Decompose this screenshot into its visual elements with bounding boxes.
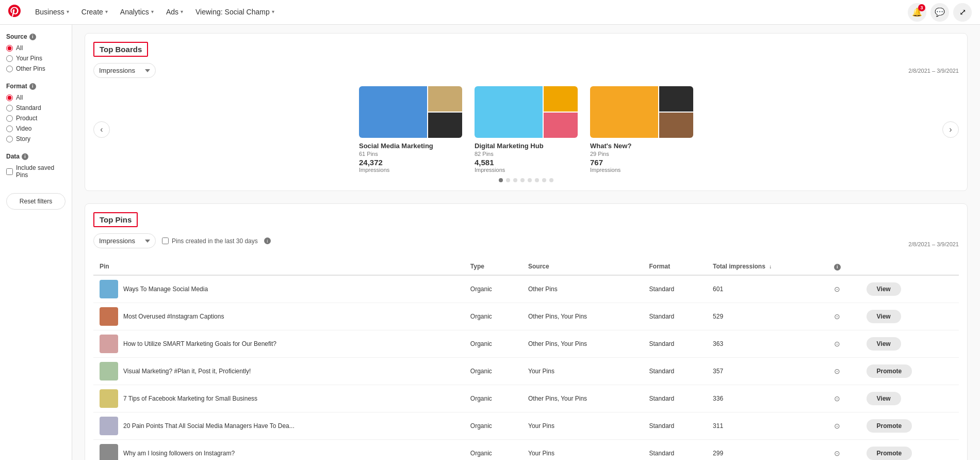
pin-thumbnail bbox=[100, 417, 118, 435]
pin-icon[interactable]: ⊙ bbox=[834, 367, 840, 375]
data-info-icon[interactable]: i bbox=[22, 153, 28, 160]
carousel-prev-button[interactable]: ‹ bbox=[93, 121, 110, 138]
carousel-dot[interactable] bbox=[549, 178, 553, 182]
pin-cell: Ways To Manage Social Media bbox=[93, 275, 464, 303]
nav-items: Business ▾Create ▾Analytics ▾Ads ▾Viewin… bbox=[29, 0, 281, 25]
top-boards-title: Top Boards bbox=[93, 42, 148, 57]
source-other-pins[interactable]: Other Pins bbox=[6, 65, 66, 72]
main-layout: Source i All Your Pins Other Pins Format… bbox=[0, 25, 980, 460]
pin-icon[interactable]: ⊙ bbox=[834, 340, 840, 348]
pin-name: 20 Pain Points That All Social Media Man… bbox=[123, 422, 295, 430]
pin-thumbnail bbox=[100, 307, 118, 326]
pinterest-logo[interactable] bbox=[8, 5, 21, 20]
data-title: Data i bbox=[6, 153, 66, 160]
pin-action-button[interactable]: Promote bbox=[867, 364, 912, 378]
pins-controls: Impressions Engagements Closeups Saves P… bbox=[93, 233, 271, 248]
pins-table-head: Pin Type Source Format Total impressions… bbox=[93, 259, 959, 275]
nav-item-business[interactable]: Business ▾ bbox=[29, 0, 75, 25]
carousel-next-button[interactable]: › bbox=[942, 121, 959, 138]
nav-item-create[interactable]: Create ▾ bbox=[75, 0, 114, 25]
carousel-dot[interactable] bbox=[535, 178, 539, 182]
pin-format: Standard bbox=[643, 412, 707, 439]
source-info-icon[interactable]: i bbox=[29, 34, 36, 40]
pin-name: Visual Marketing? #Plan it, Post it, Pro… bbox=[123, 368, 251, 375]
col-impressions[interactable]: Total impressions ↓ bbox=[707, 259, 828, 275]
messages-button[interactable]: 💬 bbox=[930, 3, 949, 22]
pin-impressions: 601 bbox=[707, 275, 828, 303]
source-all[interactable]: All bbox=[6, 44, 66, 52]
pin-action-icon: ⊙ bbox=[828, 275, 860, 303]
pin-action-button[interactable]: Promote bbox=[867, 419, 912, 433]
pins-table-body: Ways To Manage Social Media Organic Othe… bbox=[93, 275, 959, 461]
board-name: Digital Marketing Hub bbox=[475, 142, 578, 150]
pin-cell: Most Overused #Instagram Captions bbox=[93, 303, 464, 330]
pin-type: Organic bbox=[464, 357, 522, 385]
carousel-dot[interactable] bbox=[528, 178, 532, 182]
nav-item-viewing--social-champ[interactable]: Viewing: Social Champ ▾ bbox=[189, 0, 281, 25]
pin-cell: Why am I losing followers on Instagram? bbox=[93, 439, 464, 460]
board-card[interactable]: Digital Marketing Hub 82 Pins 4,581 Impr… bbox=[475, 86, 578, 173]
pin-source: Your Pins bbox=[522, 412, 643, 439]
format-standard[interactable]: Standard bbox=[6, 104, 66, 112]
carousel-dot[interactable] bbox=[513, 178, 517, 182]
include-saved-pins[interactable]: Include saved Pins bbox=[6, 164, 66, 179]
notifications-button[interactable]: 🔔 3 bbox=[908, 3, 926, 22]
format-story[interactable]: Story bbox=[6, 135, 66, 142]
boards-date-range: 2/8/2021 – 3/9/2021 bbox=[908, 68, 959, 74]
board-name: What's New? bbox=[590, 142, 693, 150]
board-img-main bbox=[359, 86, 427, 138]
pin-action-button[interactable]: View bbox=[867, 310, 901, 323]
format-all[interactable]: All bbox=[6, 94, 66, 101]
col-format[interactable]: Format bbox=[643, 259, 707, 275]
carousel-dot[interactable] bbox=[520, 178, 525, 182]
nav-item-ads[interactable]: Ads ▾ bbox=[160, 0, 189, 25]
format-product[interactable]: Product bbox=[6, 115, 66, 122]
boards-metric-select[interactable]: Impressions Engagements Closeups Saves bbox=[93, 63, 156, 78]
nav-right: 🔔 3 💬 ⤢ bbox=[908, 3, 972, 22]
carousel-dot[interactable] bbox=[499, 178, 503, 182]
pin-action-button[interactable]: View bbox=[867, 392, 901, 405]
nav-caret: ▾ bbox=[181, 9, 183, 14]
nav-item-analytics[interactable]: Analytics ▾ bbox=[114, 0, 160, 25]
reset-filters-button[interactable]: Reset filters bbox=[6, 193, 66, 210]
board-card[interactable]: Social Media Marketing 61 Pins 24,372 Im… bbox=[359, 86, 462, 173]
pin-action-button[interactable]: Promote bbox=[867, 447, 912, 460]
pin-icon[interactable]: ⊙ bbox=[834, 449, 840, 457]
source-your-pins[interactable]: Your Pins bbox=[6, 55, 66, 62]
board-pins: 82 Pins bbox=[475, 151, 578, 157]
board-impressions-label: Impressions bbox=[590, 167, 693, 173]
pin-action-icon: ⊙ bbox=[828, 303, 860, 330]
format-info-icon[interactable]: i bbox=[29, 83, 36, 90]
pins-metric-select[interactable]: Impressions Engagements Closeups Saves bbox=[93, 233, 156, 248]
pins-info-icon[interactable]: i bbox=[264, 237, 271, 244]
last-30-days-checkbox[interactable]: Pins created in the last 30 days bbox=[162, 237, 258, 245]
col-pin[interactable]: Pin bbox=[93, 259, 464, 275]
pin-source: Other Pins bbox=[522, 275, 643, 303]
board-card[interactable]: What's New? 29 Pins 767 Impressions bbox=[590, 86, 693, 173]
expand-button[interactable]: ⤢ bbox=[953, 3, 972, 22]
carousel-dot[interactable] bbox=[542, 178, 546, 182]
pin-action-button[interactable]: View bbox=[867, 282, 901, 296]
board-img-small-2 bbox=[659, 113, 693, 138]
pin-impressions: 311 bbox=[707, 412, 828, 439]
format-video[interactable]: Video bbox=[6, 125, 66, 132]
table-info-icon[interactable]: i bbox=[834, 264, 841, 271]
col-source[interactable]: Source bbox=[522, 259, 643, 275]
pin-thumbnail bbox=[100, 444, 118, 461]
pin-icon[interactable]: ⊙ bbox=[834, 312, 840, 321]
pin-type: Organic bbox=[464, 439, 522, 460]
sidebar: Source i All Your Pins Other Pins Format… bbox=[0, 25, 72, 460]
carousel-dot[interactable] bbox=[506, 178, 510, 182]
board-impressions-num: 767 bbox=[590, 158, 603, 167]
pin-type: Organic bbox=[464, 303, 522, 330]
pin-thumbnail bbox=[100, 335, 118, 353]
pin-icon[interactable]: ⊙ bbox=[834, 394, 840, 403]
col-type[interactable]: Type bbox=[464, 259, 522, 275]
pin-action-button[interactable]: View bbox=[867, 337, 901, 351]
table-row: Why am I losing followers on Instagram? … bbox=[93, 439, 959, 460]
pin-action-cell: View bbox=[860, 385, 959, 412]
board-pins: 29 Pins bbox=[590, 151, 693, 157]
pin-name: 7 Tips of Facebook Marketing for Small B… bbox=[123, 395, 257, 402]
pin-icon[interactable]: ⊙ bbox=[834, 422, 840, 430]
pin-icon[interactable]: ⊙ bbox=[834, 285, 840, 293]
